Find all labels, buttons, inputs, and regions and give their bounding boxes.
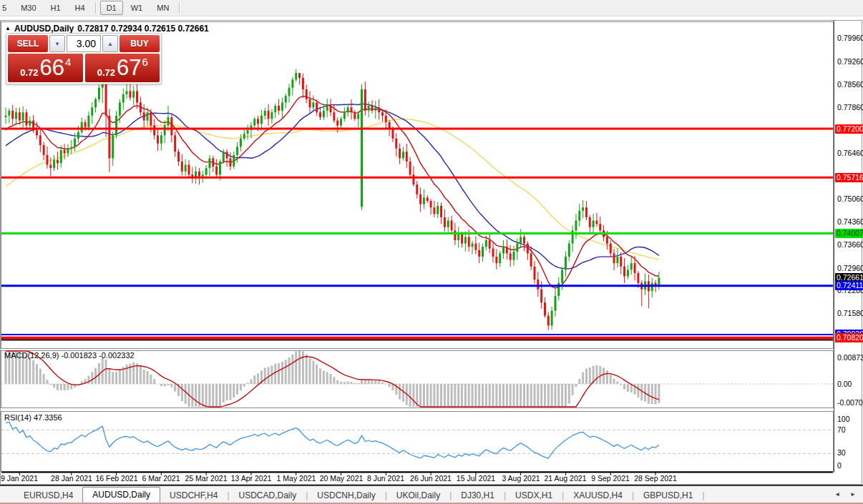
macd-axis-label: 0.00 <box>837 380 852 389</box>
price-level-label-0.75716: 0.75716 <box>835 173 863 182</box>
timeframe-button-5[interactable]: 5 <box>0 1 13 15</box>
tab-eurusd-h4[interactable]: EURUSD,H4 <box>14 488 82 503</box>
tab-separator: | <box>702 488 704 503</box>
date-label: 20 May 2021 <box>320 474 364 483</box>
price-level-label-0.72411: 0.72411 <box>835 281 863 290</box>
chart-title: ▲ AUDUSD,Daily 0.72817 0.72934 0.72615 0… <box>5 24 209 34</box>
rsi-axis-label: 0 <box>837 461 842 470</box>
rsi-axis-label: 70 <box>837 425 846 435</box>
price-tick-label: 0.73660 <box>837 240 863 249</box>
tab-audusd-daily[interactable]: AUDUSD,Daily <box>82 487 160 503</box>
sell-price-prefix: 0.72 <box>20 67 38 78</box>
sell-price-big: 66 <box>39 55 64 81</box>
date-label: 3 Aug 2021 <box>502 474 540 483</box>
date-label: 6 Mar 2021 <box>142 474 180 483</box>
tab-scroll-right-icon[interactable]: ► <box>850 491 856 498</box>
toolbar-separator <box>179 2 180 14</box>
date-label: 28 Jan 2021 <box>51 474 92 483</box>
collapse-panel-icon[interactable]: ▲ <box>5 25 11 32</box>
tab-usdcad-daily[interactable]: USDCAD,Daily <box>230 488 306 503</box>
spinner-up-icon: ▲ <box>107 41 113 47</box>
buy-price-box[interactable]: 0.72 67 6 <box>85 54 160 82</box>
macd-axis-label: -0.00700 <box>837 398 863 407</box>
date-label: 8 Jun 2021 <box>367 474 404 483</box>
date-label: 21 Aug 2021 <box>545 474 587 483</box>
trading-platform-window: 5M30H1H4D1W1MN ▲ AUDUSD,Daily 0.72817 0.… <box>0 0 863 504</box>
volume-input[interactable] <box>67 35 101 52</box>
buy-price-prefix: 0.72 <box>97 67 115 78</box>
toolbar-separator <box>95 2 97 14</box>
sell-price-box[interactable]: 0.72 66 4 <box>8 54 83 82</box>
spinner-down-icon: ▼ <box>54 41 60 47</box>
tab-scroll-left-icon[interactable]: ◄ <box>834 491 840 498</box>
timeframe-button-h1[interactable]: H1 <box>44 1 67 15</box>
date-label: 26 Jun 2021 <box>410 474 452 483</box>
volume-decrease-button[interactable]: ▼ <box>49 35 65 52</box>
buy-price-sup: 6 <box>142 56 147 68</box>
tab-usdchf-h4[interactable]: USDCHF,H4 <box>160 488 227 503</box>
price-tick-label: 0.74360 <box>837 217 863 227</box>
timeframe-button-h4[interactable]: H4 <box>69 1 92 15</box>
timeframe-button-mn[interactable]: MN <box>150 1 175 15</box>
date-label: 13 Apr 2021 <box>231 474 272 483</box>
date-label: 9 Jan 2021 <box>1 474 38 483</box>
price-tick-label: 0.79960 <box>837 34 863 43</box>
chart-ohlc-values: 0.72817 0.72934 0.72615 0.72661 <box>77 24 209 34</box>
rsi-axis-label: 100 <box>837 415 850 424</box>
chart-tab-bar: EURUSD,H4AUDUSD,DailyUSDCHF,H4|USDCAD,Da… <box>0 485 863 503</box>
macd-axis-label: 0.008739 <box>837 353 863 362</box>
price-tick-label: 0.79260 <box>837 57 863 66</box>
price-tick-label: 0.72960 <box>837 264 863 273</box>
tab-gbpusd-h1[interactable]: GBPUSD,H1 <box>634 488 702 503</box>
timeframe-button-w1[interactable]: W1 <box>125 1 150 15</box>
price-tick-label: 0.75060 <box>837 194 863 204</box>
date-label: 25 Mar 2021 <box>185 474 228 483</box>
price-level-label-0.74007: 0.74007 <box>835 229 863 238</box>
one-click-trade-panel: SELL ▼ ▲ BUY 0.72 66 4 0.72 67 6 <box>6 33 162 84</box>
tab-dj30-h1[interactable]: DJ30,H1 <box>452 488 504 503</box>
buy-price-big: 67 <box>117 55 141 81</box>
date-label: 9 Sep 2021 <box>591 474 630 483</box>
price-chart-canvas[interactable] <box>0 20 834 484</box>
macd-indicator-label: MACD(12,26,9) -0.001823 -0.002332 <box>4 351 135 360</box>
tab-scroll-arrows: ◄ ► <box>834 491 856 498</box>
price-tick-label: 0.78560 <box>837 80 863 89</box>
date-label: 15 Jul 2021 <box>457 474 495 483</box>
price-tick-label: 0.76460 <box>837 149 863 158</box>
tab-ukoil-daily[interactable]: UKOil,Daily <box>387 488 449 503</box>
sell-price-sup: 4 <box>65 56 71 68</box>
timeframe-button-d1[interactable]: D1 <box>100 1 123 15</box>
volume-increase-button[interactable]: ▲ <box>102 35 118 52</box>
chart-symbol-label: AUDUSD,Daily <box>14 24 74 34</box>
timeframe-toolbar: 5M30H1H4D1W1MN <box>0 0 863 16</box>
date-label: 28 Sep 2021 <box>634 474 677 483</box>
rsi-axis-label: 30 <box>837 448 846 458</box>
rsi-indicator-label: RSI(14) 47.3356 <box>4 413 62 422</box>
price-tick-label: 0.77860 <box>837 103 863 112</box>
price-tick-label: 0.71580 <box>837 309 863 318</box>
tab-usdx-h1[interactable]: USDX,H1 <box>506 488 562 503</box>
sell-button[interactable]: SELL <box>8 35 48 52</box>
price-level-label-0.70820: 0.70820 <box>835 333 863 342</box>
date-label: 16 Feb 2021 <box>96 474 138 483</box>
buy-button[interactable]: BUY <box>120 35 160 52</box>
date-label: 1 May 2021 <box>277 474 316 483</box>
price-level-label-0.77200: 0.77200 <box>835 124 863 134</box>
tab-xauusd-h4[interactable]: XAUUSD,H4 <box>564 488 632 503</box>
timeframe-button-m30[interactable]: M30 <box>14 1 42 15</box>
tab-usdcnh-daily[interactable]: USDCNH,Daily <box>308 488 384 503</box>
